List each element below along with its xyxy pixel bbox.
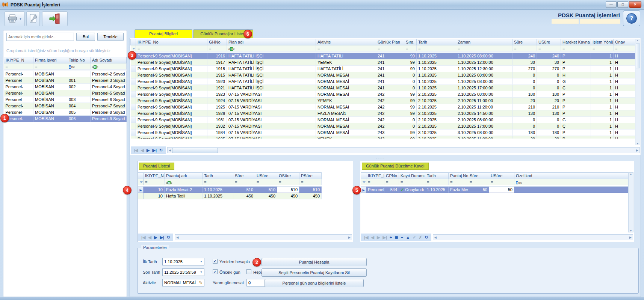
cell[interactable]: MOBİSAN [33, 116, 67, 122]
cell[interactable]: 510 [299, 187, 322, 193]
table-row[interactable]: Personel-9 Soyad[MOBİSAN]192607-15 VARDİ… [131, 110, 636, 117]
column-header[interactable]: GPNo [384, 173, 399, 179]
cell[interactable]: 99 [404, 66, 417, 72]
filter-cell[interactable]: aBc [165, 179, 203, 185]
cell[interactable]: 20 [537, 98, 561, 104]
cell[interactable]: 0 [512, 85, 537, 91]
nav-edit-icon[interactable]: ▲ [406, 234, 410, 241]
cell[interactable]: 1920 [207, 78, 227, 85]
cell[interactable]: 240 [537, 53, 561, 59]
scroll-up-icon[interactable]: ▲ [636, 39, 639, 42]
cell[interactable]: NORMAL MESAİ [316, 78, 376, 85]
cell[interactable]: 241 [376, 72, 404, 78]
cell[interactable]: MOBİSAN [33, 71, 67, 77]
table-row[interactable]: ▶Personel-9 So544✓ Onaylandı1.10.2025Faz… [361, 187, 630, 193]
cell[interactable]: Personel- [4, 77, 33, 84]
cell[interactable]: 50 [468, 187, 489, 193]
filter-cell[interactable]: = [366, 179, 384, 185]
cell[interactable]: Personel-4 Soyad [91, 84, 127, 90]
cell[interactable]: Personel-8 Soyad [91, 109, 127, 116]
table-row[interactable]: Personel-MOBİSAN003Personel-6 Soyad [4, 96, 127, 103]
cell[interactable]: 1.10.2025 12:00:00 [456, 59, 512, 66]
cell[interactable]: HAFTA TATİLİ İŞÇİ [227, 59, 316, 66]
cell[interactable]: 242 [376, 123, 404, 130]
cell[interactable]: Personel-3 Soyad [91, 77, 127, 84]
column-header[interactable]: PSüre [299, 173, 322, 179]
cell[interactable]: 210 [537, 104, 561, 110]
column-header[interactable]: IKIYPE_No [144, 173, 165, 179]
cell[interactable]: P [561, 53, 591, 59]
edit-pencil-icon[interactable]: ✎ [199, 279, 203, 286]
cell[interactable]: 1.10.2025 08:00:00 [456, 78, 512, 85]
splitter-dots[interactable]: ····· [376, 156, 385, 160]
cell[interactable]: 07-15 VARDİYASI [227, 136, 316, 139]
cell[interactable]: 006 [67, 116, 91, 122]
cell[interactable]: Personel-9 Soyad[MOBİSAN] [136, 78, 207, 85]
find-button[interactable]: Bul [76, 33, 95, 41]
filter-cell[interactable]: = [561, 45, 591, 51]
cell[interactable]: 241 [376, 85, 404, 91]
cell[interactable]: 1 [591, 110, 614, 117]
cell[interactable]: 450 [233, 193, 255, 199]
cell[interactable]: Personel-9 Soyad[MOBİSAN] [136, 123, 207, 130]
cell[interactable]: Personel-9 Soyad[MOBİSAN] [136, 53, 207, 59]
cell[interactable]: 002 [67, 84, 91, 90]
cell[interactable]: 0 [537, 78, 561, 85]
minimize-button[interactable]: — [606, 2, 617, 8]
scroll-down-icon[interactable]: ▼ [636, 142, 639, 145]
table-row[interactable]: Personel-9 Soyad[MOBİSAN]192407-15 VARDİ… [131, 98, 636, 104]
cell[interactable]: P [561, 130, 591, 136]
cell[interactable]: 1 [591, 72, 614, 78]
timesheet-vertical-scrollbar[interactable]: ▲ ▼ [635, 39, 640, 145]
scroll-right-icon[interactable]: ▶ [629, 236, 632, 239]
cell[interactable]: 1 [591, 91, 614, 98]
cell[interactable]: 242 [376, 98, 404, 104]
cell[interactable]: 1924 [207, 98, 227, 104]
filter-cell[interactable]: = [4, 63, 33, 69]
cell[interactable]: G [561, 78, 591, 85]
son-tarih-field[interactable]: 11.2025 23:59:59 ▼ [162, 268, 204, 276]
cell[interactable]: MOBİSAN [33, 103, 67, 109]
cell[interactable]: H [561, 72, 591, 78]
cell[interactable]: 270 [512, 66, 537, 72]
cell[interactable]: 0 [512, 72, 537, 78]
cell[interactable]: P [561, 136, 591, 139]
cell[interactable]: 270 [537, 66, 561, 72]
cell[interactable]: 07-15 VARDİYASI [227, 110, 316, 117]
filter-cell[interactable]: = [277, 179, 299, 185]
cell[interactable]: 2.10.2025 [417, 117, 456, 123]
cell[interactable]: Personel-9 Soyad[MOBİSAN] [136, 85, 207, 91]
cell[interactable]: 1.10.2025 [425, 187, 449, 193]
column-header[interactable]: Adı Soyadı [91, 57, 127, 63]
scroll-thumb[interactable] [636, 44, 640, 68]
cell[interactable]: 99 [404, 130, 417, 136]
cell[interactable]: 07-15 VARDİYASI [227, 104, 316, 110]
cell[interactable]: 180 [537, 91, 561, 98]
table-row[interactable]: Personel-9 Soyad[MOBİSAN]193207-15 VARDİ… [131, 123, 636, 130]
cell[interactable]: 2.10.2025 11:00:00 [456, 98, 512, 104]
cell[interactable]: Personel-5 Soyad [91, 90, 127, 96]
cell[interactable]: 450 [277, 193, 299, 199]
cell[interactable]: 242 [376, 91, 404, 98]
nav-add-icon[interactable]: + [390, 234, 392, 241]
cell[interactable]: 2.10.2025 [417, 104, 456, 110]
column-header[interactable]: Plan adı [227, 39, 316, 45]
table-row[interactable]: Personel-9 Soyad[MOBİSAN]193507-15 VARDİ… [131, 136, 636, 139]
cell[interactable]: 0 [404, 117, 417, 123]
cell[interactable]: 005 [67, 109, 91, 116]
cell[interactable]: Personel- [4, 109, 33, 116]
cell[interactable]: Personel-6 Soyad [91, 96, 127, 103]
filter-cell[interactable]: = [144, 179, 165, 185]
nav-last-icon[interactable]: ▶| [152, 146, 157, 154]
table-row[interactable]: 10Hafta Tatili1.10.2025450450450450 [138, 193, 322, 199]
cell[interactable]: Personel-9 Soyad [91, 116, 127, 122]
cell[interactable]: 1917 [207, 59, 227, 66]
table-row[interactable]: Personel-9 Soyad[MOBİSAN]1915HAFTA TATİL… [131, 72, 636, 78]
filter-cell[interactable]: aBc [227, 45, 316, 51]
cell[interactable]: P [561, 66, 591, 72]
column-header[interactable]: Takip No [67, 57, 91, 63]
timesheet-horizontal-scrollbar[interactable]: ◀ ▶ [167, 147, 640, 153]
column-header[interactable]: Süre [512, 39, 537, 45]
cell[interactable]: 1.10.2025 [417, 72, 456, 78]
scroll-down-icon[interactable]: ▼ [630, 229, 632, 232]
